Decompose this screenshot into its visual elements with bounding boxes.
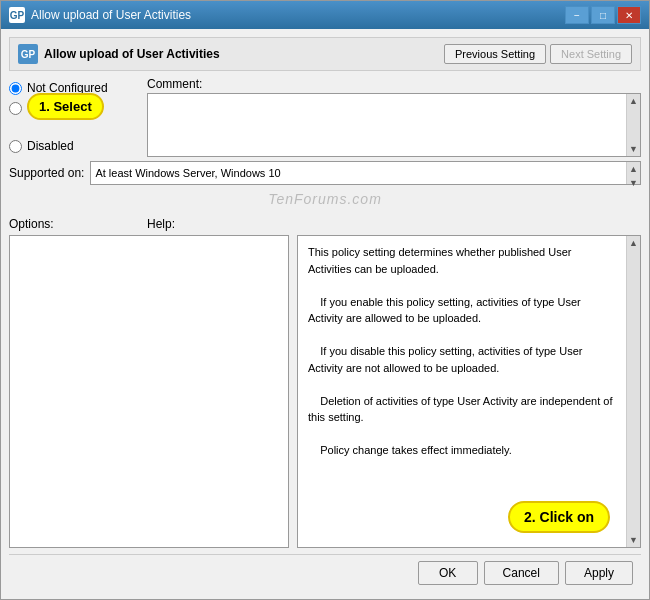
header-title: Allow upload of User Activities [44,47,220,61]
options-label: Options: [9,217,139,231]
supported-box-wrapper: ▲ ▼ [90,161,641,185]
nav-buttons: Previous Setting Next Setting [444,44,632,64]
comment-label: Comment: [147,77,641,91]
supported-scroll-down[interactable]: ▼ [627,176,641,190]
help-scroll-up[interactable]: ▲ [627,236,641,250]
footer: OK Cancel Apply [9,554,641,591]
radio-not-configured-input[interactable] [9,82,22,95]
title-bar: GP Allow upload of User Activities − □ ✕ [1,1,649,29]
middle-labels: Options: Help: [9,217,641,231]
cancel-button[interactable]: Cancel [484,561,559,585]
apply-button[interactable]: Apply [565,561,633,585]
scroll-up-arrow[interactable]: ▲ [627,94,641,108]
radio-enabled-input[interactable] [9,102,22,115]
radio-disabled[interactable]: Disabled [9,139,139,153]
comment-scrollbar: ▲ ▼ [626,94,640,156]
top-section: Not Configured Enabled 1. Select Disable… [9,77,641,157]
comment-panel: Comment: ▲ ▼ [147,77,641,157]
click-on-badge: 2. Click on [508,501,610,533]
options-panel [9,235,289,548]
radio-enabled[interactable]: Enabled 1. Select [9,101,139,115]
dialog-content: GP Allow upload of User Activities Previ… [1,29,649,599]
bottom-panels: This policy setting determines whether p… [9,235,641,548]
window-title: Allow upload of User Activities [31,8,191,22]
help-scrollbar: ▲ ▼ [626,236,640,547]
help-text-paragraph: This policy setting determines whether p… [308,244,616,459]
window-icon: GP [9,7,25,23]
previous-setting-button[interactable]: Previous Setting [444,44,546,64]
radio-disabled-label: Disabled [27,139,74,153]
next-setting-button[interactable]: Next Setting [550,44,632,64]
policy-icon: GP [18,44,38,64]
supported-label: Supported on: [9,166,84,180]
radio-disabled-input[interactable] [9,140,22,153]
watermark: TenForums.com [9,189,641,209]
maximize-button[interactable]: □ [591,6,615,24]
close-button[interactable]: ✕ [617,6,641,24]
minimize-button[interactable]: − [565,6,589,24]
supported-scroll-up[interactable]: ▲ [627,162,641,176]
ok-button[interactable]: OK [418,561,478,585]
title-controls: − □ ✕ [565,6,641,24]
help-label: Help: [147,217,641,231]
radio-panel: Not Configured Enabled 1. Select Disable… [9,77,139,157]
main-area: Not Configured Enabled 1. Select Disable… [9,77,641,548]
main-window: GP Allow upload of User Activities − □ ✕… [0,0,650,600]
supported-row: Supported on: ▲ ▼ [9,161,641,185]
supported-value [91,162,626,184]
help-panel: This policy setting determines whether p… [297,235,641,548]
help-scroll-down[interactable]: ▼ [627,533,641,547]
comment-box-wrapper: ▲ ▼ [147,93,641,157]
select-badge: 1. Select [27,93,104,120]
supported-scrollbar: ▲ ▼ [626,162,640,184]
comment-textarea[interactable] [148,94,626,156]
header-row: GP Allow upload of User Activities Previ… [9,37,641,71]
scroll-down-arrow[interactable]: ▼ [627,142,641,156]
